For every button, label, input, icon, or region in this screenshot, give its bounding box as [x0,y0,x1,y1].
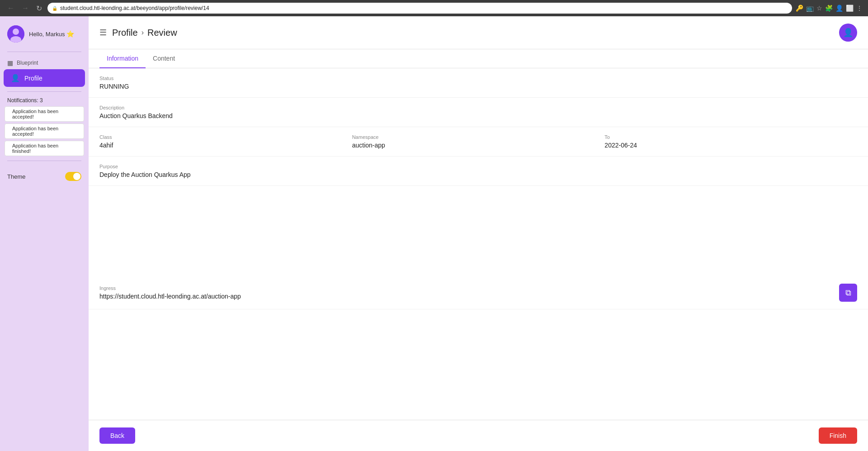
sidebar-divider3 [7,161,81,161]
finish-button[interactable]: Finish [819,427,857,444]
address-bar[interactable]: 🔒 student.cloud.htl-leonding.ac.at/beeyo… [47,3,792,14]
hamburger-icon[interactable]: ☰ [99,28,107,38]
description-value: Auction Quarkus Backend [99,112,857,119]
description-field: Description Auction Quarkus Backend [89,98,868,127]
theme-label: Theme [7,173,25,180]
topbar-avatar-icon: 👤 [843,28,853,38]
notification-item-2: Application has been accepted! [5,123,84,139]
forward-nav-button[interactable]: → [20,2,31,14]
app-container: Hello, Markus ⭐ ▦ Blueprint 👤 Profile No… [0,16,868,451]
breadcrumb-chevron: › [142,28,144,37]
to-field: To 2022-06-24 [604,134,857,149]
sidebar-header: Hello, Markus ⭐ [0,22,89,50]
blueprint-section: ▦ Blueprint [0,57,89,68]
window-icon[interactable]: ⬜ [846,5,854,12]
notification-item-1: Application has been accepted! [5,106,84,122]
lock-icon: 🔒 [52,6,57,11]
sidebar-divider2 [7,91,81,92]
sidebar-item-profile[interactable]: 👤 Profile [4,69,85,87]
avatar [7,25,24,43]
address-text: student.cloud.htl-leonding.ac.at/beeyond… [60,5,209,11]
notifications-label: Notifications: 3 [0,95,89,105]
theme-toggle[interactable] [65,172,81,181]
bookmark-icon[interactable]: ☆ [816,5,822,12]
status-value: RUNNING [99,83,857,90]
class-namespace-to-row: Class 4ahif Namespace auction-app To 202… [89,127,868,157]
star-icon: ⭐ [66,30,74,38]
browser-actions: 🔑 📺 ☆ 🧩 👤 ⬜ ⋮ [796,5,863,12]
class-value: 4ahif [99,142,352,149]
toggle-knob [73,173,80,180]
status-label: Status [99,76,857,81]
topbar: ☰ Profile › Review 👤 [89,16,868,49]
tab-content[interactable]: Content [146,49,182,68]
purpose-value: Deploy the Auction Quarkus App [99,171,857,178]
spacer [89,186,868,276]
profile-nav-icon: 👤 [11,74,20,82]
topbar-avatar[interactable]: 👤 [839,24,857,42]
class-label: Class [99,134,352,140]
notification-item-3: Application has been finished! [5,141,84,156]
status-field: Status RUNNING [89,68,868,98]
form-area: Status RUNNING Description Auction Quark… [89,68,868,420]
theme-row: Theme [0,168,89,185]
back-nav-button[interactable]: ← [5,2,16,14]
ingress-group: Ingress https://student.cloud.htl-leondi… [89,276,868,309]
namespace-value: auction-app [352,142,605,149]
browser-chrome: ← → ↻ 🔒 student.cloud.htl-leonding.ac.at… [0,0,868,16]
namespace-field: Namespace auction-app [352,134,605,149]
bottom-bar: Back Finish [89,420,868,451]
reload-button[interactable]: ↻ [34,2,44,14]
tab-information[interactable]: Information [99,49,146,68]
breadcrumb-profile: Profile [112,28,138,38]
purpose-label: Purpose [99,164,857,169]
ingress-label: Ingress [99,285,834,291]
breadcrumb-review: Review [147,28,177,38]
back-button[interactable]: Back [99,427,135,444]
main-content: ☰ Profile › Review 👤 Information Content… [89,16,868,451]
extension-icon[interactable]: 🧩 [825,5,833,12]
to-value: 2022-06-24 [604,142,857,149]
namespace-label: Namespace [352,134,605,140]
copy-icon: ⧉ [845,288,851,298]
svg-point-1 [13,28,19,35]
tabs-bar: Information Content [89,49,868,68]
sidebar-divider [7,52,81,52]
key-icon[interactable]: 🔑 [796,5,803,12]
to-label: To [604,134,857,140]
profile-browser-icon[interactable]: 👤 [835,5,843,12]
ingress-value: https://student.cloud.htl-leonding.ac.at… [99,293,834,300]
hello-text: Hello, Markus ⭐ [29,30,74,38]
copy-button[interactable]: ⧉ [839,284,857,302]
sidebar: Hello, Markus ⭐ ▦ Blueprint 👤 Profile No… [0,16,89,451]
menu-dots-icon[interactable]: ⋮ [856,5,863,12]
class-field: Class 4ahif [99,134,352,149]
cast-icon[interactable]: 📺 [806,5,814,12]
ingress-field: Ingress https://student.cloud.htl-leondi… [99,285,834,300]
purpose-field: Purpose Deploy the Auction Quarkus App [89,157,868,186]
blueprint-icon: ▦ [7,59,13,66]
description-label: Description [99,105,857,110]
breadcrumb: ☰ Profile › Review [99,28,177,38]
